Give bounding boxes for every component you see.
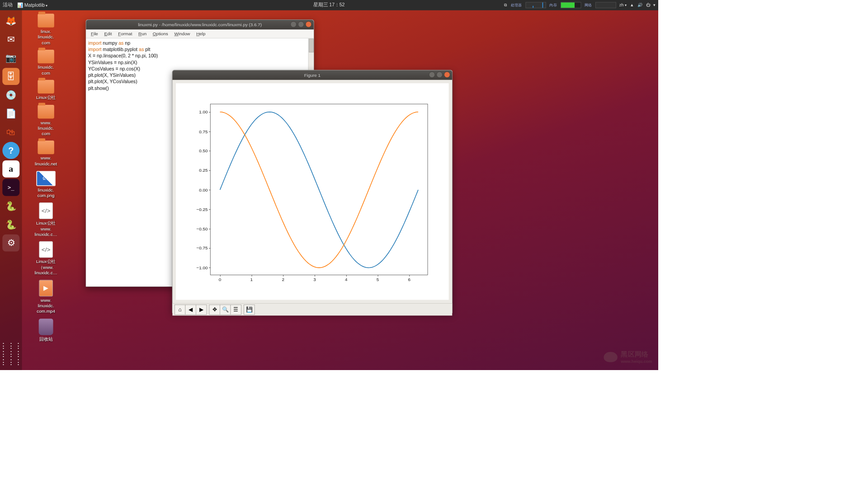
desktop-icon-graphic: [39, 319, 53, 335]
dock-amazon[interactable]: a: [2, 160, 19, 178]
watermark: 黑区网络 www.heiqu.com: [604, 350, 652, 364]
menu-window[interactable]: Window: [171, 30, 193, 38]
toolbar-config-button[interactable]: ☰: [231, 305, 241, 315]
toolbar-zoom-button[interactable]: 🔍: [220, 305, 231, 315]
dock: 🦊✉📷🗄💿📄🛍?a>_🐍🐍⚙: [0, 10, 22, 370]
show-applications[interactable]: ⋮⋮⋮⋮⋮⋮⋮⋮⋮: [0, 341, 22, 366]
figure-window[interactable]: Figure 1 −1.00−0.75−0.50−0.250.000.250.5…: [172, 70, 453, 313]
app-menu[interactable]: 📊 Matplotlib: [17, 2, 47, 8]
desktop-icon[interactable]: Linux公社: [27, 80, 65, 101]
menu-file[interactable]: File: [88, 30, 101, 38]
dock-help[interactable]: ?: [2, 142, 19, 159]
desktop-icon-label: www.linuxidc.com: [38, 120, 54, 136]
top-panel: 活动 📊 Matplotlib 星期三 17：52 ⧉ 处理器 内存 网络 zh…: [0, 0, 658, 10]
desktop: 活动 📊 Matplotlib 星期三 17：52 ⧉ 处理器 内存 网络 zh…: [0, 0, 658, 370]
dock-libreoffice[interactable]: 📄: [2, 105, 19, 122]
desktop-icon-graphic: </>: [39, 241, 52, 258]
desktop-icon-label: linux.linuxidc.com: [38, 29, 54, 46]
desktop-icon-graphic: 公社: [36, 171, 55, 186]
desktop-icon-graphic: [38, 105, 54, 118]
desktop-icon[interactable]: </>Linux公社www.linuxidc.c…: [27, 202, 65, 237]
clock[interactable]: 星期三 17：52: [313, 2, 344, 9]
editor-menubar: FileEditFormatRunOptionsWindowHelp: [86, 29, 314, 38]
plot-axes: −1.00−0.75−0.50−0.250.000.250.500.751.00…: [210, 104, 428, 275]
figure-close-button[interactable]: [444, 71, 450, 78]
desktop-icon[interactable]: www.linuxidc.net: [27, 141, 65, 167]
desktop-icon[interactable]: ▶www.linuxidc.com.mp4: [27, 280, 65, 314]
input-lang[interactable]: zh: [619, 3, 627, 8]
desktop-icon-graphic: [38, 50, 54, 63]
desktop-icon[interactable]: www.linuxidc.com: [27, 105, 65, 136]
app-menu-icon: 📊: [17, 2, 24, 8]
desktop-icon-graphic: ▶: [39, 280, 52, 296]
cpu-graph[interactable]: [525, 2, 546, 9]
editor-scrollbar-thumb[interactable]: [309, 39, 314, 52]
dock-python2[interactable]: 🐍: [2, 216, 19, 233]
net-graph[interactable]: [595, 2, 616, 9]
figure-maximize-button[interactable]: [436, 71, 443, 78]
desktop-icon[interactable]: 回收站: [27, 319, 65, 342]
desktop-icon-label: Linux公社: [36, 95, 56, 100]
toolbar-home-button[interactable]: ⌂: [175, 305, 185, 315]
screenshot-icon[interactable]: ⧉: [504, 3, 507, 8]
system-menu-chevron-icon[interactable]: ▾: [653, 3, 656, 8]
desktop-icon-label: linuxidc.com.png: [38, 188, 55, 199]
toolbar-save-button[interactable]: 💾: [244, 305, 255, 315]
menu-help[interactable]: Help: [193, 30, 208, 38]
desktop-icon-label: 回收站: [39, 336, 53, 342]
dock-settings[interactable]: ⚙: [2, 235, 19, 252]
code-line: X = np.linspace(0, 2 * np.pi, 100): [88, 53, 311, 59]
editor-titlebar[interactable]: linuxmi.py - /home/linuxidc/www.linuxidc…: [86, 20, 314, 29]
desktop-icon[interactable]: linux.linuxidc.com: [27, 14, 65, 45]
dock-software[interactable]: 🛍: [2, 123, 19, 141]
network-icon[interactable]: ▲: [630, 3, 634, 8]
desktop-icon-label: www.linuxidc.com.mp4: [37, 298, 55, 314]
volume-icon[interactable]: 🔊: [637, 3, 642, 8]
code-line: import matplotlib.pyplot as plt: [88, 46, 311, 52]
menu-edit[interactable]: Edit: [101, 30, 114, 38]
desktop-icon-graphic: [38, 141, 54, 154]
figure-toolbar: ⌂◀▶✥🔍☰💾: [172, 303, 452, 315]
net-label: 网络: [585, 3, 592, 8]
dock-thunderbird[interactable]: ✉: [2, 31, 19, 48]
editor-close-button[interactable]: [306, 21, 312, 28]
menu-run[interactable]: Run: [136, 30, 149, 38]
code-line: YSinValues = np.sin(X): [88, 59, 311, 66]
toolbar-forward-button[interactable]: ▶: [196, 305, 207, 315]
desktop-icon-graphic: </>: [39, 202, 52, 219]
toolbar-pan-button[interactable]: ✥: [209, 305, 220, 315]
desktop-icon-label: www.linuxidc.net: [35, 155, 57, 167]
desktop-icon-label: linuxidc.com: [38, 65, 54, 76]
menu-options[interactable]: Options: [150, 30, 171, 38]
dock-terminal[interactable]: >_: [2, 179, 19, 196]
desktop-icon-label: Linux公社www.linuxidc.c…: [34, 221, 57, 237]
watermark-logo-icon: [604, 352, 617, 362]
dock-python1[interactable]: 🐍: [2, 197, 19, 215]
mem-label: 内存: [549, 3, 557, 8]
cpu-label: 处理器: [511, 3, 522, 8]
power-icon[interactable]: ⏻: [646, 3, 650, 8]
figure-title-text: Figure 1: [304, 72, 321, 77]
desktop-icon-graphic: [38, 80, 54, 94]
dock-firefox[interactable]: 🦊: [2, 12, 19, 29]
desktop-icons: linux.linuxidc.comlinuxidc.comLinux公社www…: [25, 14, 66, 342]
editor-maximize-button[interactable]: [298, 21, 304, 28]
desktop-icon[interactable]: </>Linux公社（www.linuxidc.c…: [27, 241, 65, 276]
desktop-icon[interactable]: 公社linuxidc.com.png: [27, 171, 65, 198]
menu-format[interactable]: Format: [115, 30, 135, 38]
mem-graph[interactable]: [561, 2, 581, 9]
dock-rhythmbox[interactable]: 💿: [2, 86, 19, 103]
dock-camera[interactable]: 📷: [2, 49, 19, 66]
desktop-icon[interactable]: linuxidc.com: [27, 50, 65, 76]
series-sin: [220, 112, 418, 268]
dock-files[interactable]: 🗄: [2, 68, 19, 85]
editor-title-text: linuxmi.py - /home/linuxidc/www.linuxidc…: [138, 22, 262, 27]
editor-minimize-button[interactable]: [290, 21, 297, 28]
desktop-icon-label: Linux公社（www.linuxidc.c…: [34, 259, 57, 276]
toolbar-back-button[interactable]: ◀: [185, 305, 196, 315]
activities-button[interactable]: 活动: [3, 2, 12, 9]
figure-titlebar[interactable]: Figure 1: [172, 70, 452, 80]
plot-canvas[interactable]: −1.00−0.75−0.50−0.250.000.250.500.751.00…: [176, 83, 449, 300]
figure-minimize-button[interactable]: [429, 71, 435, 78]
desktop-icon-graphic: [38, 14, 54, 27]
